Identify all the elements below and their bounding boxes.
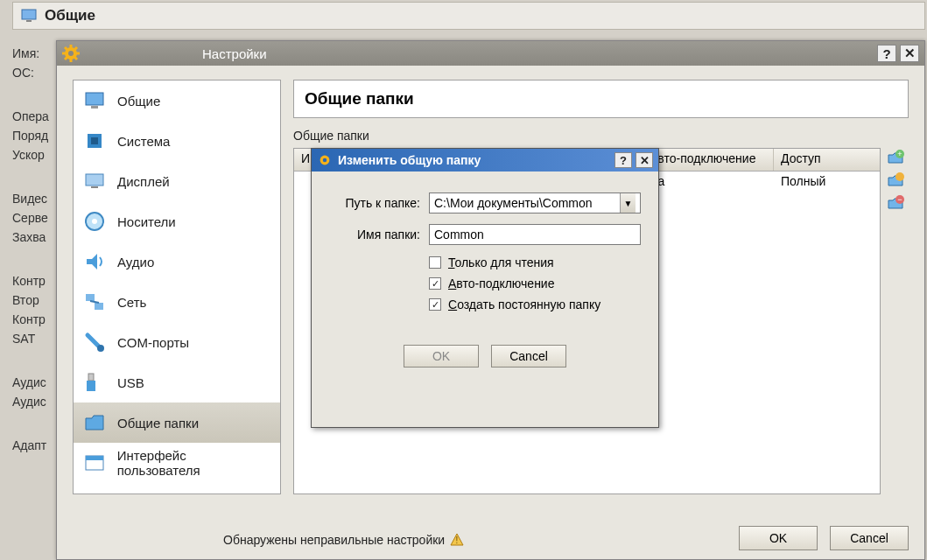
bg-left-fragments: Имя: ОС: Опера Поряд Ускор Видес Серве З… [12, 44, 56, 534]
audio-icon [82, 249, 107, 274]
readonly-label: Только для чтения [448, 256, 554, 270]
warning-icon: ! [450, 533, 464, 547]
name-input[interactable] [429, 224, 641, 245]
com-icon [82, 330, 107, 354]
folder-icon [82, 410, 107, 435]
sidebar-item-label: Интерфейс пользователя [117, 448, 271, 478]
path-label: Путь к папке: [329, 196, 420, 210]
sidebar-item-com[interactable]: COM-порты [74, 322, 280, 362]
readonly-checkbox[interactable] [429, 256, 441, 269]
sidebar-item-label: Система [117, 134, 170, 149]
display-icon [82, 169, 107, 193]
sidebar-item-label: Носители [117, 214, 176, 229]
svg-rect-0 [22, 10, 36, 19]
path-value: C:\Мои документы\Common [434, 196, 593, 210]
sidebar-item-shared-folders[interactable]: Общие папки [74, 402, 280, 443]
disc-icon [82, 209, 107, 234]
close-button[interactable]: ✕ [900, 45, 919, 62]
sidebar-item-label: Аудио [117, 255, 154, 270]
sidebar-item-ui[interactable]: Интерфейс пользователя [74, 443, 280, 483]
sidebar-item-storage[interactable]: Носители [74, 201, 280, 242]
automount-label: Авто-подключение [448, 276, 554, 290]
ui-icon [82, 451, 107, 475]
add-folder-button[interactable]: + [884, 148, 907, 167]
sidebar-item-label: USB [117, 375, 144, 390]
gear-icon [62, 45, 80, 62]
svg-line-10 [65, 57, 67, 60]
sidebar-item-audio[interactable]: Аудио [74, 242, 280, 282]
sidebar-item-general[interactable]: Общие [74, 80, 280, 121]
permanent-checkbox-row[interactable]: ✓ Создать постоянную папку [429, 298, 641, 312]
edit-cancel-button[interactable]: Cancel [491, 345, 566, 368]
edit-close-button[interactable]: ✕ [636, 152, 653, 168]
svg-rect-22 [95, 303, 103, 310]
svg-rect-28 [86, 456, 103, 460]
edit-share-dialog: Изменить общую папку ? ✕ Путь к папке: C… [311, 148, 659, 428]
chip-icon [82, 129, 107, 153]
svg-line-11 [74, 47, 77, 50]
name-label: Имя папки: [329, 228, 420, 242]
svg-point-19 [92, 219, 97, 224]
sidebar-item-usb[interactable]: USB [74, 362, 280, 402]
svg-rect-26 [87, 381, 95, 391]
pane-title: Общие папки [293, 80, 909, 118]
sidebar-item-system[interactable]: Система [74, 121, 280, 161]
svg-rect-25 [88, 374, 94, 381]
help-button[interactable]: ? [877, 45, 896, 62]
monitor-icon [20, 7, 38, 24]
svg-line-23 [90, 301, 99, 303]
svg-rect-1 [26, 20, 32, 22]
monitor-icon [82, 88, 107, 113]
edit-ok-button[interactable]: OK [404, 345, 479, 368]
settings-dialog: Настройки ? ✕ Общие Система Дисплей Носи… [56, 40, 925, 560]
bg-title: Общие [45, 7, 95, 24]
edit-dialog-title: Изменить общую папку [338, 153, 611, 167]
dialog-title: Настройки [202, 46, 874, 61]
sidebar-item-label: Общие [117, 94, 160, 108]
remove-folder-button[interactable]: − [884, 193, 907, 213]
edit-help-button[interactable]: ? [614, 152, 632, 168]
sidebar-item-label: Общие папки [117, 416, 199, 430]
svg-point-37 [323, 158, 327, 163]
svg-point-24 [97, 345, 104, 352]
usb-icon [82, 370, 107, 395]
svg-marker-20 [87, 254, 97, 270]
svg-rect-13 [91, 106, 98, 108]
sidebar-item-label: Сеть [117, 295, 146, 310]
permanent-checkbox[interactable]: ✓ [429, 298, 441, 311]
edit-dialog-titlebar[interactable]: Изменить общую папку ? ✕ [312, 149, 658, 172]
bg-window-header: Общие [12, 2, 925, 30]
sidebar-item-network[interactable]: Сеть [74, 282, 280, 322]
path-combo[interactable]: C:\Мои документы\Common ▼ [429, 192, 641, 214]
settings-sidebar: Общие Система Дисплей Носители Аудио Сет… [73, 80, 281, 494]
dialog-titlebar[interactable]: Настройки ? ✕ [57, 41, 924, 66]
svg-text:+: + [897, 150, 902, 158]
svg-rect-17 [91, 186, 98, 188]
svg-point-31 [895, 172, 904, 181]
svg-rect-15 [91, 137, 98, 144]
readonly-checkbox-row[interactable]: Только для чтения [429, 256, 641, 270]
th-auto[interactable]: Авто-подключение [643, 149, 774, 171]
gear-icon [317, 152, 333, 168]
svg-rect-16 [86, 174, 103, 186]
status-bar: Обнаружены неправильные настройки ! [223, 533, 464, 547]
cancel-button[interactable]: Cancel [830, 526, 909, 550]
sidebar-item-label: Дисплей [117, 174, 170, 189]
sidebar-item-display[interactable]: Дисплей [74, 161, 280, 201]
table-tools: + − [884, 148, 909, 213]
ok-button[interactable]: OK [739, 526, 818, 550]
status-text: Обнаружены неправильные настройки [223, 533, 445, 547]
svg-point-3 [68, 51, 74, 56]
svg-line-8 [65, 47, 67, 50]
automount-checkbox[interactable]: ✓ [429, 277, 441, 290]
svg-text:−: − [897, 195, 902, 204]
svg-rect-21 [86, 294, 95, 301]
edit-folder-button[interactable] [884, 171, 907, 190]
sidebar-item-label: COM-порты [117, 335, 189, 350]
svg-line-9 [74, 57, 77, 60]
svg-text:!: ! [456, 536, 459, 545]
automount-checkbox-row[interactable]: ✓ Авто-подключение [429, 276, 641, 290]
chevron-down-icon[interactable]: ▼ [620, 193, 636, 213]
th-access[interactable]: Доступ [774, 149, 880, 171]
svg-rect-12 [86, 93, 103, 105]
